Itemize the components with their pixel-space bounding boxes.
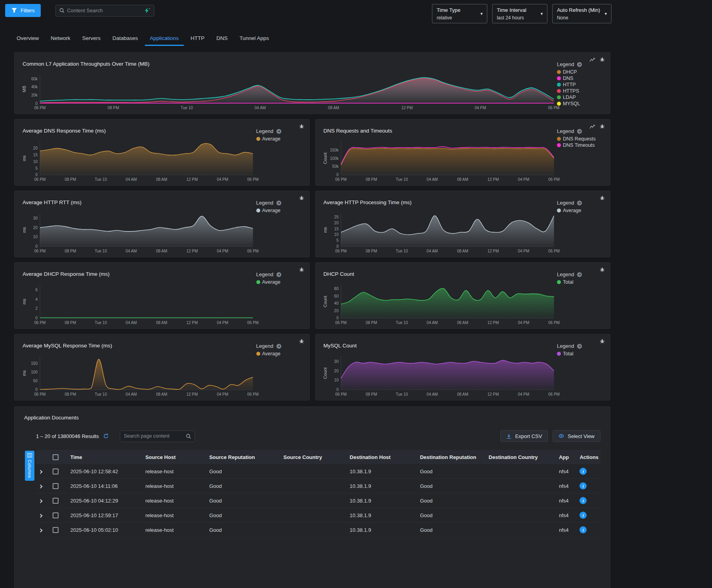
legend-item[interactable]: DHCP — [557, 69, 604, 75]
chevron-down-icon: ▼ — [480, 12, 483, 16]
chart-icon[interactable] — [589, 57, 595, 62]
plot-area: Average DHCP Response Time (ms)ms024606 … — [22, 267, 256, 326]
bug-icon[interactable] — [600, 57, 605, 62]
info-icon[interactable]: i — [579, 468, 587, 475]
tab-bar: OverviewNetworkServersDatabasesApplicati… — [11, 31, 712, 46]
download-icon — [506, 434, 511, 439]
legend-expand-icon[interactable] — [577, 200, 582, 206]
legend-toggle[interactable]: Legend — [256, 128, 304, 134]
chart-title: Average DNS Response Time (ms) — [23, 128, 256, 134]
legend-item[interactable]: Average — [256, 208, 304, 213]
legend-toggle[interactable]: Legend — [256, 343, 304, 349]
svg-text:10: 10 — [334, 232, 339, 237]
legend-item[interactable]: DNS Requests — [557, 136, 604, 142]
legend-item[interactable]: HTTPS — [557, 88, 604, 94]
select-view-button[interactable]: Select View — [553, 430, 600, 442]
legend-expand-icon[interactable] — [577, 343, 582, 349]
row-checkbox[interactable] — [53, 527, 59, 533]
bug-icon[interactable] — [600, 338, 605, 344]
tab-servers[interactable]: Servers — [76, 31, 107, 46]
tab-dns[interactable]: DNS — [210, 31, 234, 46]
tab-tunnel-apps[interactable]: Tunnel Apps — [233, 31, 275, 46]
legend-item-label: MYSQL — [563, 101, 580, 106]
select-all-checkbox[interactable] — [53, 454, 59, 460]
legend-toggle[interactable]: Legend — [557, 61, 604, 67]
expand-row-icon[interactable] — [39, 528, 43, 532]
results-text: 1 – 20 of 13800046 Results — [36, 433, 99, 439]
row-checkbox[interactable] — [53, 512, 59, 518]
cell-app: nfs4 — [556, 479, 576, 493]
legend-item[interactable]: MYSQL — [557, 101, 604, 106]
content-search-input[interactable] — [67, 8, 141, 13]
row-checkbox[interactable] — [53, 469, 59, 474]
legend-expand-icon[interactable] — [577, 272, 582, 277]
svg-text:5: 5 — [336, 238, 339, 243]
legend-item[interactable]: HTTP — [557, 82, 604, 87]
bug-icon[interactable] — [600, 195, 605, 201]
chart-legend: LegendAverage — [256, 339, 304, 398]
tab-overview[interactable]: Overview — [11, 31, 45, 46]
legend-item[interactable]: Average — [557, 208, 604, 213]
expand-row-icon[interactable] — [39, 484, 43, 488]
legend-item[interactable]: Total — [557, 279, 604, 285]
expand-row-icon[interactable] — [39, 514, 43, 518]
legend-toggle[interactable]: Legend — [256, 200, 304, 206]
actions-cell: i — [576, 523, 600, 537]
legend-item[interactable]: Average — [256, 351, 304, 357]
legend-toggle[interactable]: Legend — [557, 200, 604, 206]
info-icon[interactable]: i — [579, 526, 587, 533]
tab-network[interactable]: Network — [45, 31, 76, 46]
legend-expand-icon[interactable] — [577, 129, 582, 134]
filters-button[interactable]: Filters — [5, 4, 41, 17]
legend-item[interactable]: Average — [256, 279, 304, 285]
legend-toggle[interactable]: Legend — [557, 343, 604, 349]
bug-icon[interactable] — [600, 267, 605, 272]
refresh-icon[interactable] — [103, 433, 109, 439]
export-csv-button[interactable]: Export CSV — [500, 430, 548, 442]
tab-applications[interactable]: Applications — [144, 31, 185, 46]
time-type-dropdown[interactable]: Time Type relative ▼ — [432, 4, 487, 23]
page-search-input[interactable] — [124, 433, 184, 439]
row-checkbox[interactable] — [53, 498, 59, 504]
legend-toggle[interactable]: Legend — [557, 128, 604, 134]
table-columns-icon — [27, 453, 32, 457]
tab-databases[interactable]: Databases — [106, 31, 144, 46]
legend-expand-icon[interactable] — [276, 343, 282, 349]
bug-icon[interactable] — [299, 338, 304, 344]
search-icon[interactable] — [186, 434, 191, 439]
row-checkbox[interactable] — [53, 483, 59, 489]
legend-item[interactable]: DNS — [557, 76, 604, 81]
legend-expand-icon[interactable] — [577, 62, 582, 67]
info-icon[interactable]: i — [579, 512, 587, 519]
info-icon[interactable]: i — [579, 497, 587, 504]
legend-item[interactable]: LDAP — [557, 95, 604, 100]
charts-row: Average DHCP Response Time (ms)ms024606 … — [14, 262, 610, 329]
bug-icon[interactable] — [299, 267, 304, 272]
legend-item-label: Average — [262, 351, 280, 357]
chart-icon[interactable] — [589, 124, 595, 129]
tab-http[interactable]: HTTP — [185, 31, 210, 46]
time-interval-dropdown[interactable]: Time Interval last 24 hours ▼ — [492, 4, 547, 23]
bug-icon[interactable] — [299, 123, 304, 129]
legend-item[interactable]: DNS Timeouts — [557, 142, 604, 148]
legend-expand-icon[interactable] — [276, 200, 282, 206]
columns-button[interactable]: Columns — [25, 451, 34, 481]
auto-refresh-dropdown[interactable]: Auto Refresh (Min) None ▼ — [552, 4, 612, 23]
chart-legend: LegendAverage — [256, 196, 304, 254]
bug-icon[interactable] — [299, 195, 304, 201]
legend-toggle[interactable]: Legend — [256, 271, 304, 277]
info-icon[interactable]: i — [579, 482, 587, 489]
bug-icon[interactable] — [600, 123, 605, 129]
legend-item[interactable]: Average — [256, 136, 304, 142]
legend-expand-icon[interactable] — [276, 129, 282, 134]
svg-text:08 PM: 08 PM — [365, 392, 377, 396]
legend-dot — [557, 352, 561, 356]
legend-toggle[interactable]: Legend — [557, 271, 604, 277]
legend-item[interactable]: Total — [557, 351, 604, 357]
cell-source-host: release-host — [142, 508, 206, 523]
expand-row-icon[interactable] — [39, 470, 43, 474]
legend-expand-icon[interactable] — [276, 272, 282, 277]
chart-title: Average MySQL Response Time (ms) — [23, 343, 256, 349]
expand-row-icon[interactable] — [39, 499, 43, 503]
filter-icon — [11, 8, 17, 13]
